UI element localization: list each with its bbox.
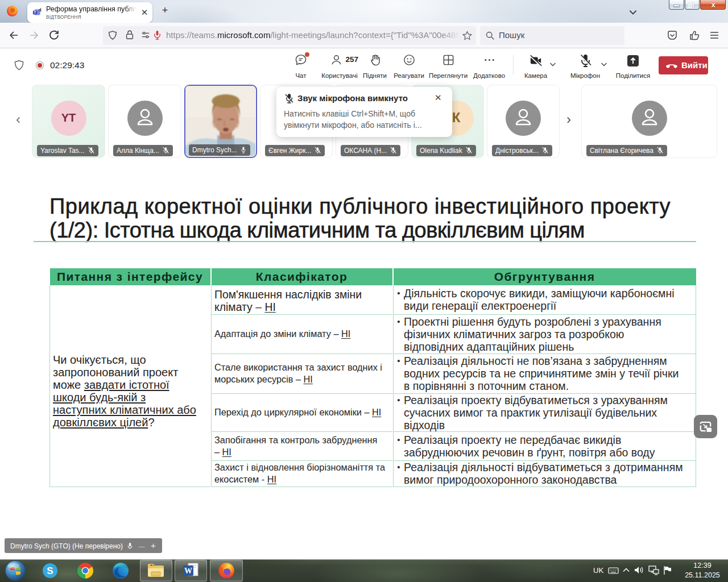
svg-text:T: T [34, 10, 36, 14]
